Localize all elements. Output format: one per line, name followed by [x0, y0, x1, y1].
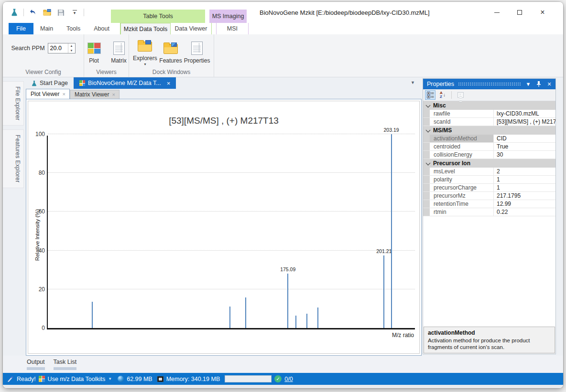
property-row[interactable]: scanId[53][MS/MS] , (+) M217T: [423, 118, 555, 126]
minimize-button[interactable]: [489, 5, 505, 20]
category-row[interactable]: MS/MS: [423, 126, 555, 135]
close-plot-viewer-icon[interactable]: ×: [62, 91, 65, 97]
main-area: File Explorer Features Explorer Start Pa…: [3, 77, 563, 356]
collapse-chevron-icon[interactable]: [426, 104, 430, 108]
search-ppm-input[interactable]: [48, 43, 68, 53]
contextual-group-ms-imaging: MS Imaging: [209, 10, 247, 23]
property-row[interactable]: collisionEnergy30: [423, 151, 555, 159]
table-tools-tab-group: Mzkit Data Tools Data Viewer: [120, 23, 212, 34]
status-toolkit-menu[interactable]: Use m/z Data Toolkits: [48, 376, 106, 382]
open-folder-button[interactable]: [42, 8, 52, 17]
matrix-button[interactable]: Matrix: [109, 40, 130, 65]
collapse-chevron-icon[interactable]: [426, 161, 430, 166]
plot-image-icon: [87, 41, 102, 56]
property-value[interactable]: 217.1795: [494, 192, 555, 200]
property-name: precursorMz: [430, 192, 494, 200]
toolkit-dropdown-icon[interactable]: ▼: [108, 377, 112, 381]
contextual-group-label: Table Tools: [143, 13, 173, 20]
property-row[interactable]: retentionTime12.99: [423, 200, 555, 208]
property-row[interactable]: rawfilelxy-CID30.mzML: [423, 110, 555, 118]
property-value[interactable]: lxy-CID30.mzML: [494, 110, 555, 117]
sidebar-tab-features-explorer[interactable]: Features Explorer: [3, 129, 24, 188]
spectrum-peak: [391, 134, 392, 328]
properties-button[interactable]: Properties: [185, 40, 209, 65]
contextual-group-label: MS Imaging: [212, 13, 244, 20]
features-folder-icon: [163, 41, 178, 56]
property-value[interactable]: True: [494, 143, 555, 150]
plot-button[interactable]: Plot: [84, 40, 105, 65]
task-counter-link[interactable]: 0/0: [284, 376, 293, 382]
category-row[interactable]: Precursor Ion: [423, 159, 555, 168]
search-ppm-stepper[interactable]: ▲ ▼: [48, 43, 76, 53]
doc-tab-mz-data[interactable]: BioNovoGene M/Z Data T... ×: [74, 77, 176, 89]
customize-qat-dropdown[interactable]: ▾: [70, 8, 79, 17]
explorers-button[interactable]: Explorers ▾: [134, 37, 156, 67]
category-row[interactable]: Misc: [423, 101, 555, 110]
property-row[interactable]: activationMethodCID: [423, 135, 555, 143]
property-pages-button[interactable]: [455, 90, 466, 100]
tab-msi[interactable]: MSI: [217, 23, 248, 34]
spin-up-icon[interactable]: ▲: [68, 43, 75, 48]
categorized-icon: [427, 92, 434, 98]
group-label-dock-windows: Dock Windows: [129, 68, 214, 77]
close-panel-icon[interactable]: ×: [546, 80, 553, 88]
tab-file[interactable]: File: [9, 23, 33, 34]
tab-main[interactable]: Main: [33, 23, 60, 34]
property-value[interactable]: 2: [494, 168, 555, 175]
categorized-view-button[interactable]: [425, 90, 435, 100]
spin-down-icon[interactable]: ▼: [68, 48, 75, 53]
description-text: Activation method for produce the produc…: [428, 337, 551, 351]
peak-annotation: 201.21: [370, 248, 398, 254]
y-gridline: [48, 211, 415, 212]
tab-task-list[interactable]: Task List: [54, 359, 77, 373]
property-row[interactable]: precursorCharge1: [423, 184, 555, 192]
tab-mzkit-data-tools[interactable]: Mzkit Data Tools: [120, 23, 171, 34]
tab-data-viewer[interactable]: Data Viewer: [171, 23, 211, 34]
tab-tools[interactable]: Tools: [60, 23, 87, 34]
undo-button[interactable]: [28, 8, 38, 17]
spectrum-peak: [295, 316, 296, 328]
window-position-dropdown-icon[interactable]: ▼: [525, 81, 532, 87]
pin-icon[interactable]: [535, 81, 542, 87]
app-flask-icon: [10, 8, 19, 17]
property-row[interactable]: rtmin0.22: [423, 208, 555, 216]
sidebar-tab-file-explorer[interactable]: File Explorer: [3, 81, 24, 126]
tab-output[interactable]: Output: [27, 359, 45, 373]
property-name: polarity: [430, 176, 494, 183]
doc-tab-start-page[interactable]: Start Page: [26, 77, 74, 89]
doc-tab-overflow-dropdown-icon[interactable]: ▼: [411, 80, 415, 85]
group-label-viewers: Viewers: [84, 68, 129, 77]
tab-matrix-viewer[interactable]: Matrix Viewer ×: [70, 90, 120, 99]
tab-plot-viewer[interactable]: Plot Viewer ×: [26, 89, 70, 99]
property-value[interactable]: CID: [494, 135, 555, 142]
quick-access-toolbar: ▾: [3, 2, 84, 23]
property-value[interactable]: 1: [494, 176, 555, 183]
maximize-button[interactable]: [512, 5, 528, 20]
property-name: retentionTime: [430, 200, 494, 208]
property-value[interactable]: [53][MS/MS] , (+) M217T: [494, 118, 555, 126]
property-value[interactable]: 0.22: [494, 208, 555, 216]
property-row[interactable]: polarity1: [423, 176, 555, 184]
sort-alphabetical-button[interactable]: AZ ↓: [437, 90, 448, 100]
tab-about[interactable]: About: [87, 23, 116, 34]
plot-viewer-content: [53][MS/MS] , (+) M217T13 M/z ratio 0204…: [26, 99, 422, 356]
row-indent: [423, 135, 430, 142]
close-matrix-viewer-icon[interactable]: ×: [112, 92, 115, 97]
property-row[interactable]: centroidedTrue: [423, 143, 555, 151]
y-gridline: [48, 250, 415, 251]
sort-az-icon: AZ ↓: [440, 91, 446, 99]
property-value[interactable]: 1: [494, 184, 555, 191]
save-button[interactable]: [56, 8, 65, 17]
property-row[interactable]: precursorMz217.1795: [423, 192, 555, 200]
collapse-chevron-icon[interactable]: [426, 128, 430, 133]
features-button[interactable]: Features: [160, 40, 181, 65]
property-description-box: activationMethod Activation method for p…: [424, 327, 555, 353]
close-button[interactable]: ×: [534, 5, 551, 20]
property-value[interactable]: 12.99: [494, 200, 555, 208]
properties-title-bar[interactable]: Properties ▼ ×: [423, 79, 555, 89]
plot-area[interactable]: M/z ratio 020406080100175.09201.21203.19: [47, 136, 415, 329]
property-row[interactable]: msLevel2: [423, 168, 555, 176]
property-value[interactable]: 30: [494, 151, 555, 159]
group-label-viewer-config: Viewer Config: [3, 68, 84, 77]
close-doc-tab-icon[interactable]: ×: [167, 80, 171, 86]
